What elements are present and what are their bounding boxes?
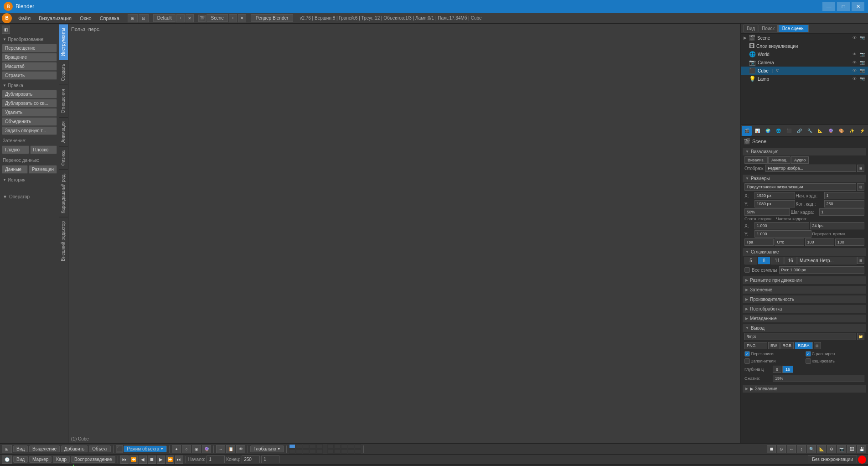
bt-view[interactable]: Вид — [13, 445, 28, 452]
mirror-button[interactable]: Отразить — [2, 71, 57, 80]
extra-btn5[interactable]: ⚙ — [827, 445, 836, 453]
performance-title[interactable]: Производительность — [743, 295, 866, 303]
flat-button[interactable]: Плоско — [30, 145, 57, 154]
res-x-field[interactable]: 1920 px — [754, 192, 795, 199]
props-tab-world[interactable]: 🌐 — [773, 126, 783, 136]
rgb-btn[interactable]: RGB — [780, 342, 794, 349]
rgba-btn[interactable]: RGBA — [795, 342, 813, 349]
bw-btn[interactable]: BW — [768, 342, 780, 349]
menu-render[interactable]: Визуализация — [35, 15, 75, 22]
bt-type-icon[interactable]: ⊞ — [2, 445, 12, 453]
minimize-button[interactable]: — — [822, 2, 835, 11]
tl-end-field[interactable]: 250 — [242, 456, 260, 463]
layer-4[interactable] — [310, 444, 316, 449]
cube-vis-icon[interactable]: 👁 — [851, 67, 858, 74]
tl-playback-btn[interactable]: Воспроизведение — [71, 456, 115, 463]
output-format-btn[interactable]: PNG — [744, 342, 767, 349]
props-tab-render[interactable]: 🎬 — [742, 126, 752, 136]
props-tab-object[interactable]: ⬛ — [784, 126, 794, 136]
scale-button[interactable]: Масштаб — [2, 62, 57, 71]
tl-jump-start[interactable]: ⏮ — [120, 456, 129, 464]
layer-7[interactable] — [296, 449, 302, 454]
tab-grease[interactable]: Карандашный ред. — [59, 169, 68, 217]
props-tab-modifiers[interactable]: 🔧 — [805, 126, 815, 136]
shading-title-props[interactable]: Затенение — [743, 286, 866, 294]
mode-button[interactable]: Режим объекта▼ — [124, 445, 167, 452]
move-button[interactable]: Перемещение — [2, 44, 57, 52]
layer-17[interactable] — [334, 449, 341, 454]
tl-record-btn[interactable] — [858, 456, 866, 464]
post-processing-title[interactable]: Постобработка — [743, 305, 866, 313]
fps-gra-btn[interactable]: Гра — [744, 238, 774, 246]
with-ext-cb[interactable]: ✓ — [806, 351, 811, 357]
world-render-icon[interactable]: 📷 — [859, 51, 865, 57]
set-origin-button[interactable]: Задать опорную т... — [2, 126, 57, 135]
tab-physics[interactable]: Физика — [59, 146, 68, 170]
placeholders-cb[interactable] — [744, 358, 750, 364]
manipulator-btn[interactable]: ↔ — [216, 445, 225, 453]
start-frame-field[interactable]: 1 — [824, 192, 865, 199]
viewport-3d[interactable]: X Y Z Польз.-перс. (1) Cube — [68, 24, 740, 443]
shading-wire-btn[interactable]: ○ — [182, 445, 191, 453]
aa-8-btn[interactable]: 8 — [758, 257, 770, 264]
data-button[interactable]: Данные — [2, 165, 28, 174]
tl-next-frame[interactable]: ⏩ — [166, 456, 174, 464]
output-path-field[interactable]: /tmp\ — [744, 333, 856, 340]
layer-6[interactable] — [289, 449, 295, 454]
proportional-btn[interactable]: ⊙ — [777, 445, 786, 453]
overlay-btn[interactable]: 👁 — [236, 445, 245, 453]
layer-11[interactable] — [327, 444, 334, 449]
lamp-vis-icon[interactable]: 👁 — [851, 76, 858, 82]
props-tab-particles[interactable]: ✨ — [847, 126, 857, 136]
outliner-item-cube[interactable]: ⬛ Cube | ∇ 👁 📷 — [741, 67, 868, 75]
tl-prev-frame[interactable]: ⏪ — [129, 456, 138, 464]
motion-blur-title[interactable]: Размытие при движении — [743, 276, 866, 284]
color-depth-8[interactable]: 8 — [773, 366, 781, 373]
outliner-scenes-btn[interactable]: Все сцены — [778, 25, 809, 32]
scene-vis-icon[interactable]: 👁 — [851, 35, 858, 41]
layer-19[interactable] — [348, 449, 354, 454]
editor-type-selector[interactable]: ⊞ — [128, 14, 138, 22]
scene-remove[interactable]: ✕ — [238, 14, 246, 22]
aa-filter-btn[interactable]: Митчелл-Нетр... — [797, 257, 857, 264]
duplicate-button[interactable]: Дублировать — [2, 90, 57, 98]
close-button[interactable]: ✕ — [852, 2, 864, 11]
fps-dropdown[interactable]: 24 fps — [810, 222, 865, 229]
shading-solid-btn[interactable]: ● — [172, 445, 181, 453]
output-path-expand[interactable]: 📁 — [857, 333, 864, 340]
layer-18[interactable] — [341, 449, 347, 454]
display-expand[interactable]: ⊞ — [857, 165, 864, 172]
layer-5[interactable] — [316, 444, 323, 449]
aspect-x-field[interactable]: 1.000 — [754, 222, 809, 229]
bt-object[interactable]: Объект — [89, 445, 111, 452]
aa-title[interactable]: Сглаживание — [743, 248, 866, 256]
format-expand[interactable]: ⊞ — [814, 342, 821, 349]
aa-5-btn[interactable]: 5 — [744, 257, 757, 264]
smooth-button[interactable]: Гладко — [2, 145, 29, 154]
aspect-y-field[interactable]: 1.000 — [754, 230, 811, 238]
fps-100-btn2[interactable]: 100 — [835, 238, 864, 246]
outliner-view-btn[interactable]: Вид — [744, 25, 758, 32]
world-vis-icon[interactable]: 👁 — [851, 51, 858, 57]
dup-linked-button[interactable]: Дублировать со св... — [2, 99, 57, 108]
cache-cb[interactable] — [806, 358, 811, 364]
layer-12[interactable] — [334, 444, 341, 449]
delete-button[interactable]: Удалить — [2, 108, 57, 117]
extra-btn6[interactable]: 📷 — [837, 445, 846, 453]
layer-10[interactable] — [316, 449, 323, 454]
sample-size-field[interactable]: Раз: 1.000 px — [779, 266, 864, 274]
camera-render-icon[interactable]: 📷 — [859, 59, 865, 66]
extra-btn2[interactable]: ↕ — [797, 445, 806, 453]
extra-btn1[interactable]: ↔ — [787, 445, 796, 453]
resolution-title[interactable]: Размеры — [743, 175, 866, 182]
outliner-item-world[interactable]: 🌐 World 👁 📷 — [741, 50, 868, 58]
outliner-item-layer[interactable]: 🎞 Слои визуализации — [741, 42, 868, 50]
percent-field[interactable]: 50% — [744, 208, 790, 216]
frame-step-field[interactable]: 1 — [819, 208, 865, 216]
tl-type-icon[interactable]: 🕐 — [2, 456, 12, 464]
props-tab-texture[interactable]: 🎨 — [836, 126, 846, 136]
outliner-item-lamp[interactable]: 💡 Lamp 👁 📷 — [741, 75, 868, 83]
maximize-button[interactable]: □ — [837, 2, 850, 11]
tl-frame-btn[interactable]: Кадр — [53, 456, 70, 463]
view-left-btn[interactable]: ◧ — [2, 26, 10, 34]
